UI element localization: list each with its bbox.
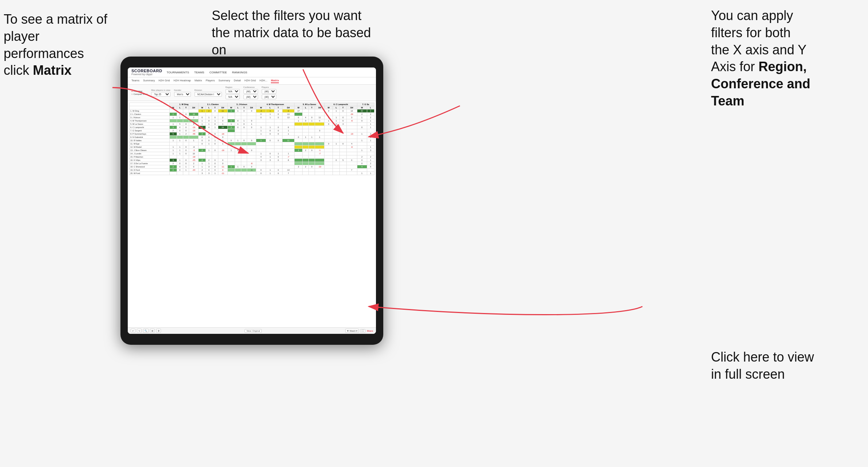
table-row: 12. M Riedel 110-6 -6 1 [130,146,375,149]
tab-summary2[interactable]: Summary [218,78,230,83]
table-row: 4. M Thorbjornsen 1010 1010 1010 110-6 0… [130,119,375,123]
region-select[interactable]: N/A [226,89,240,94]
sub-t2: T [212,106,218,109]
division-filter: Division NCAA Division I [195,89,222,97]
compact-view-option[interactable]: ○ Compact View [131,93,147,95]
tab-h2h-heatmap[interactable]: H2H Heatmap [173,78,191,83]
player-name: 13. J Skov Olesen [130,149,170,152]
sub-dif4: Dif [282,106,294,109]
col-header-lclanton: 2. L Clanton [199,103,228,106]
max-players-filter: Max players in view Top 25 [151,89,170,97]
player-name: 1. W Ding [130,109,170,113]
annotation-top-center: Select the filters you want the matrix d… [212,7,380,58]
bottom-toolbar: ↩ ↪ 🔍 ⊞ ⚙ View: Original 👁 Watch ▾ ⛶ Sha… [128,327,376,334]
screen-btn[interactable]: ⛶ [360,329,365,333]
sub-t3: T [241,106,247,109]
player-name: 11. M Ege [130,142,170,146]
view-original-btn[interactable]: View: Original [245,329,262,333]
tab-detail[interactable]: Detail [234,78,241,83]
division-select[interactable]: NCAA Division I [195,92,222,97]
table-row: 7. G Sargent 200-16 1001 3 [130,129,375,132]
annotation-top-right: You can apply filters for both the X axi… [711,7,850,110]
table-row: 18. C Sherwood 2010 130-11 1100 220-10 4… [130,165,375,169]
player-name: 14. J Lundin [130,152,170,155]
tab-summary[interactable]: Summary [143,78,155,83]
gender-label: Gender [174,89,191,91]
players-select[interactable]: (All) [262,89,276,94]
redo-btn[interactable]: ↪ [137,329,142,333]
max-players-select[interactable]: Top 25 [151,92,170,97]
table-row: 19. D Ford 201-20 2400 -1 01013 7 [130,169,375,172]
undo-btn[interactable]: ↩ [131,329,135,333]
sub-t1: T [183,106,189,109]
empty-subheader [130,106,170,109]
nav-teams[interactable]: TEAMS [194,70,204,75]
sub-t5: T [309,106,315,109]
col-header-clamprecht: 6. C Lamprecht [324,103,357,106]
sub-t4: T [274,106,282,109]
compact-view-label: Compact View [134,93,148,95]
conference-select2[interactable]: (All) [243,94,258,99]
table-row: 20. M Ford 331-11 0107 11 [130,172,375,175]
toolbar-right: 👁 Watch ▾ ⛶ Share [345,329,373,333]
sub-dif1: Dif [189,106,199,109]
player-name: 3. J Koivun [130,116,170,119]
sub-nav: Teams Summary H2H Grid H2H Heatmap Matri… [128,77,376,85]
annotation-text: Click here to view [711,350,814,364]
main-nav: TOURNAMENTS TEAMS COMMITTEE RANKINGS [166,70,247,75]
table-row: 2. L Clanton 21016 01013 -24 22 [130,113,375,116]
region-filter: Region N/A N/A [226,86,240,99]
table-row: 16. K Vilips 310-25 2204 3308 050 01 [130,159,375,162]
sub-l4: L [266,106,274,109]
toolbar-left: ↩ ↪ 🔍 ⊞ ⚙ [131,329,161,333]
col-header-mlasasso: 5. M La Sasso [294,103,324,106]
tab-h2h-grid[interactable]: H2H Grid [158,78,170,83]
tab-h2h-grid2[interactable]: H2H Grid [245,78,256,83]
tab-matrix-active[interactable]: Matrix [271,78,279,83]
conference-select[interactable]: (All) [243,89,258,94]
table-row: 14. J Lundin 11010 1011 -7 [130,152,375,155]
division-label: Division [195,89,222,91]
full-view-label: Full View [134,90,142,92]
gender-filter: Gender Men's [174,89,191,97]
sub-w2: W [199,106,206,109]
sub-l1: L [177,106,183,109]
fit-btn[interactable]: ⊞ [150,329,155,333]
filter-bar: ● Full View ○ Compact View Max players i… [128,85,376,101]
nav-committee[interactable]: COMMITTEE [210,70,227,75]
full-view-option[interactable]: ● Full View [131,90,147,92]
zoom-btn[interactable]: 🔍 [143,329,149,333]
conference-filter: Conference (All) (All) [243,86,258,99]
player-name: 6. C Lamprecht [130,126,170,129]
nav-rankings[interactable]: RANKINGS [232,70,247,75]
player-name: 20. M Ford [130,172,170,175]
sub-w5: W [294,106,302,109]
table-row: 8. P Summerhays 512-48 220-16 1001 -13 1… [130,132,375,136]
share-btn[interactable]: Share [367,330,373,332]
sub-l5: L [303,106,309,109]
annotation-text: Axis for [711,59,758,74]
tab-players[interactable]: Players [206,78,215,83]
player-name: 8. P Summerhays [130,132,170,136]
matrix-table: 1. W Ding 2. L Clanton 3. J Koivun 4. M … [129,103,375,175]
players-filter: Players (All) (All) [262,86,276,99]
annotation-bold: Region, [758,59,807,74]
region-select2[interactable]: N/A [226,94,240,99]
tab-h2h2[interactable]: H2H... [260,78,267,83]
table-row: 1. W Ding 12011 1100 -2120 17 01013 602 [130,109,375,113]
gender-select[interactable]: Men's [174,92,191,97]
nav-tournaments[interactable]: TOURNAMENTS [166,70,189,75]
col-header-jkoivun: 3. J Koivun [227,103,256,106]
players-select2[interactable]: (All) [262,94,276,99]
tab-teams[interactable]: Teams [131,78,139,83]
settings-btn[interactable]: ⚙ [156,329,161,333]
watch-btn[interactable]: 👁 Watch ▾ [345,329,359,333]
table-row: 13. J Skov Olesen 110-3 210-19 1010 220-… [130,149,375,152]
tablet-screen: SCOREBOARD Powered by clippd TOURNAMENTS… [128,67,376,334]
player-name: 17. S De La Fuente [130,162,170,165]
col-header-mthorb: 4. M Thorbjornsen [256,103,294,106]
scoreboard-logo: SCOREBOARD Powered by clippd [131,69,162,76]
sub-w3: W [227,106,235,109]
tab-matrix[interactable]: Matrix [195,78,202,83]
sub-t6: T [339,106,346,109]
